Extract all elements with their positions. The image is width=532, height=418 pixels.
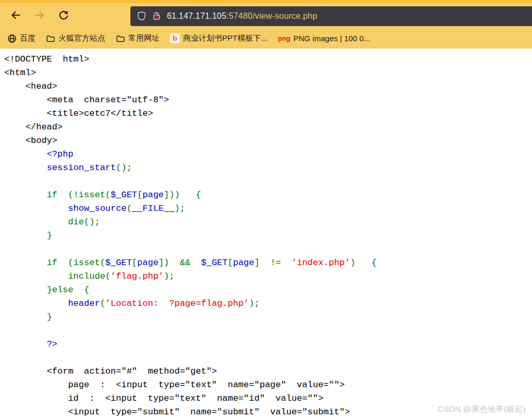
reload-icon bbox=[58, 9, 69, 22]
url-host: 61.147.171.105 bbox=[167, 11, 226, 20]
code-line: <html> bbox=[4, 66, 532, 80]
code-line: }else { bbox=[4, 283, 532, 297]
bookmark-item[interactable]: pngPNG images | 100 0... bbox=[278, 34, 370, 43]
code-line: header(’Location: ?page=flag.php’); bbox=[4, 297, 532, 310]
code-line: page : <input type=″text″ name=″page″ va… bbox=[4, 378, 532, 392]
png-badge-icon: png bbox=[278, 34, 291, 42]
back-button[interactable] bbox=[8, 9, 23, 23]
code-line bbox=[4, 351, 532, 365]
browser-chrome: 61.147.171.105:57480/view-source.php 百度火… bbox=[0, 0, 532, 49]
bookmark-label: 商业计划书PPT模板下... bbox=[183, 33, 268, 43]
code-line: <form action=″#″ method=″get″> bbox=[4, 365, 532, 378]
globe-icon bbox=[7, 34, 17, 43]
code-line: die(); bbox=[4, 216, 532, 229]
folder-icon bbox=[46, 34, 55, 43]
bookmark-label: PNG images | 100 0... bbox=[294, 34, 370, 43]
code-line: </head> bbox=[4, 121, 532, 134]
shield-icon[interactable] bbox=[137, 11, 147, 21]
bookmarks-bar: 百度火狐官方站点常用网址b商业计划书PPT模板下...pngPNG images… bbox=[0, 29, 532, 49]
bookmark-item[interactable]: 火狐官方站点 bbox=[46, 33, 105, 43]
code-line: } bbox=[4, 229, 532, 243]
code-line: <head> bbox=[4, 80, 532, 93]
bookmark-item[interactable]: b商业计划书PPT模板下... bbox=[170, 33, 268, 43]
code-line: <!DOCTYPE html> bbox=[4, 53, 532, 66]
code-line: show_source(__FILE__); bbox=[4, 202, 532, 216]
bookmark-label: 常用网址 bbox=[128, 33, 160, 43]
code-line: include(’flag.php’); bbox=[4, 270, 532, 283]
code-line: <?php bbox=[4, 148, 532, 161]
code-line: session_start(); bbox=[4, 161, 532, 175]
forward-button[interactable] bbox=[32, 9, 47, 23]
reload-button[interactable] bbox=[56, 9, 71, 23]
b-logo-icon: b bbox=[170, 33, 180, 43]
back-arrow-icon bbox=[10, 9, 21, 22]
code-line: if (isset($_GET[page]) && $_GET[page] !=… bbox=[4, 256, 532, 270]
source-code: <!DOCTYPE html><html> <head> <meta chars… bbox=[0, 49, 532, 418]
code-line: id : <input type=″text″ name=″id″ value=… bbox=[4, 392, 532, 405]
bookmark-item[interactable]: 常用网址 bbox=[116, 33, 160, 43]
url-text: 61.147.171.105:57480/view-source.php bbox=[167, 11, 317, 21]
insecure-lock-icon[interactable] bbox=[152, 11, 162, 21]
code-line: <body> bbox=[4, 134, 532, 148]
code-line bbox=[4, 175, 532, 188]
code-line: <title>cetc7</title> bbox=[4, 107, 532, 121]
bookmark-label: 百度 bbox=[20, 33, 35, 43]
bookmark-item[interactable]: 百度 bbox=[7, 33, 35, 43]
code-line bbox=[4, 324, 532, 338]
page-content: <!DOCTYPE html><html> <head> <meta chars… bbox=[0, 49, 532, 417]
address-bar[interactable]: 61.147.171.105:57480/view-source.php bbox=[130, 6, 532, 26]
code-line: <meta charset=″utf-8″> bbox=[4, 93, 532, 107]
code-line: } bbox=[4, 310, 532, 324]
forward-arrow-icon bbox=[34, 9, 45, 22]
navigation-toolbar: 61.147.171.105:57480/view-source.php bbox=[0, 3, 532, 29]
code-line bbox=[4, 243, 532, 256]
folder-icon bbox=[116, 34, 125, 43]
watermark: CSDN @黑色地带(崛起) bbox=[438, 404, 526, 414]
url-path: :57480/view-source.php bbox=[226, 11, 317, 20]
code-line: if (!isset($_GET[page])) { bbox=[4, 188, 532, 202]
bookmark-label: 火狐官方站点 bbox=[58, 33, 105, 43]
code-line: ?> bbox=[4, 338, 532, 351]
